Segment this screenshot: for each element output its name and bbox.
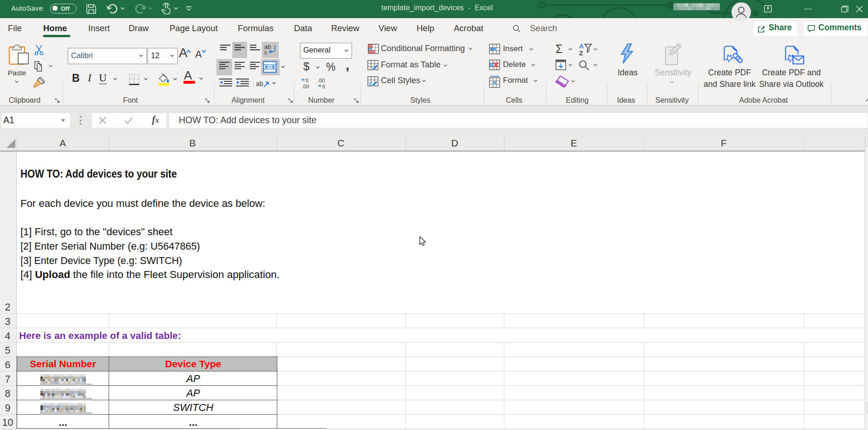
svg-text:.00: .00	[302, 84, 309, 89]
svg-text:Z: Z	[579, 50, 583, 57]
svg-text:0: 0	[322, 84, 325, 89]
svg-text:.00: .00	[318, 78, 325, 83]
svg-text:0: 0	[306, 78, 308, 83]
svg-text:c: c	[264, 49, 268, 56]
svg-text:ab: ab	[256, 80, 263, 87]
svg-text:A: A	[579, 43, 584, 50]
